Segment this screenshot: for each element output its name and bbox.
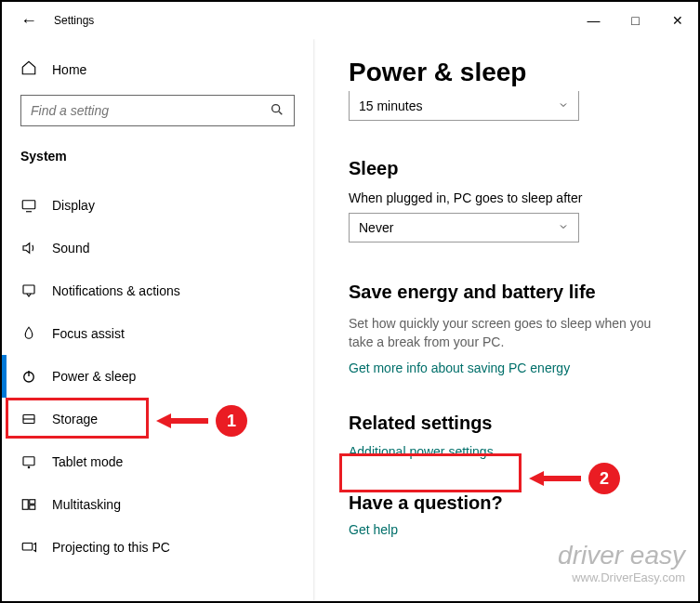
sidebar: Home System Display Sound Notifications … <box>2 39 313 601</box>
watermark-url: www.DriverEasy.com <box>558 570 685 584</box>
focus-assist-icon <box>20 325 37 342</box>
close-button[interactable]: ✕ <box>656 7 698 34</box>
section-heading: System <box>20 149 295 164</box>
svg-marker-16 <box>156 413 171 428</box>
question-heading: Have a question? <box>349 492 670 514</box>
sidebar-item-focus-assist[interactable]: Focus assist <box>20 312 295 355</box>
nav-label: Projecting to this PC <box>52 540 170 555</box>
nav-label: Notifications & actions <box>52 283 180 298</box>
svg-marker-18 <box>529 471 544 486</box>
svg-rect-13 <box>30 505 35 510</box>
sidebar-item-notifications[interactable]: Notifications & actions <box>20 269 295 312</box>
sidebar-item-projecting[interactable]: Projecting to this PC <box>20 526 295 569</box>
svg-rect-11 <box>22 500 28 510</box>
energy-info-link[interactable]: Get more info about saving PC energy <box>349 360 570 375</box>
svg-rect-9 <box>23 457 34 465</box>
search-box[interactable] <box>20 95 295 126</box>
annotation-arrow-1: 1 <box>156 405 247 437</box>
main-content: Power & sleep 15 minutes Sleep When plug… <box>313 39 698 601</box>
nav-label: Tablet mode <box>52 454 123 469</box>
sidebar-item-tablet-mode[interactable]: Tablet mode <box>20 440 295 483</box>
back-arrow-icon[interactable]: ← <box>20 11 37 31</box>
titlebar: ← Settings — □ ✕ <box>2 2 698 39</box>
svg-rect-14 <box>22 544 33 551</box>
svg-rect-2 <box>22 201 35 209</box>
sidebar-item-power-sleep[interactable]: Power & sleep <box>20 355 295 398</box>
power-icon <box>20 368 37 385</box>
search-input[interactable] <box>31 103 270 118</box>
annotation-badge-1: 1 <box>216 405 247 437</box>
energy-text: Set how quickly your screen goes to slee… <box>349 314 670 352</box>
annotation-box-1 <box>6 398 149 439</box>
home-label: Home <box>52 62 86 77</box>
sidebar-item-multitasking[interactable]: Multitasking <box>20 483 295 526</box>
sleep-heading: Sleep <box>349 158 670 179</box>
nav-label: Multitasking <box>52 497 121 512</box>
svg-point-0 <box>272 104 280 111</box>
svg-rect-12 <box>30 500 35 505</box>
minimize-button[interactable]: — <box>573 7 614 34</box>
sleep-timeout-dropdown[interactable]: Never <box>349 213 579 243</box>
multitasking-icon <box>20 496 37 513</box>
notifications-icon <box>20 282 37 299</box>
screen-timeout-dropdown[interactable]: 15 minutes <box>349 91 579 121</box>
dropdown-value: 15 minutes <box>359 98 422 113</box>
maximize-button[interactable]: □ <box>614 7 656 34</box>
watermark-brand: driver easy <box>558 541 685 570</box>
watermark: driver easy www.DriverEasy.com <box>558 541 685 584</box>
svg-line-1 <box>279 111 282 114</box>
annotation-badge-2: 2 <box>588 463 620 494</box>
sleep-label: When plugged in, PC goes to sleep after <box>349 190 670 205</box>
page-title: Power & sleep <box>349 58 670 87</box>
active-indicator <box>2 355 7 398</box>
sidebar-item-sound[interactable]: Sound <box>20 227 295 269</box>
get-help-link[interactable]: Get help <box>349 522 398 537</box>
annotation-box-2 <box>339 453 522 492</box>
nav-label: Display <box>52 198 95 213</box>
search-icon <box>270 102 284 120</box>
nav-label: Focus assist <box>52 326 125 341</box>
chevron-down-icon <box>558 98 569 113</box>
related-heading: Related settings <box>349 413 670 434</box>
display-icon <box>20 197 37 214</box>
window-title: Settings <box>54 14 94 27</box>
nav-label: Sound <box>52 241 89 256</box>
projecting-icon <box>20 539 37 556</box>
svg-rect-4 <box>23 285 34 294</box>
tablet-icon <box>20 453 37 470</box>
nav-label: Power & sleep <box>52 369 136 384</box>
sound-icon <box>20 240 37 256</box>
energy-heading: Save energy and battery life <box>349 282 670 303</box>
svg-point-10 <box>28 466 30 468</box>
sidebar-item-display[interactable]: Display <box>20 184 295 227</box>
chevron-down-icon <box>558 220 569 235</box>
home-icon <box>20 59 37 80</box>
home-nav[interactable]: Home <box>20 39 295 95</box>
annotation-arrow-2: 2 <box>529 463 620 494</box>
dropdown-value: Never <box>359 220 393 235</box>
